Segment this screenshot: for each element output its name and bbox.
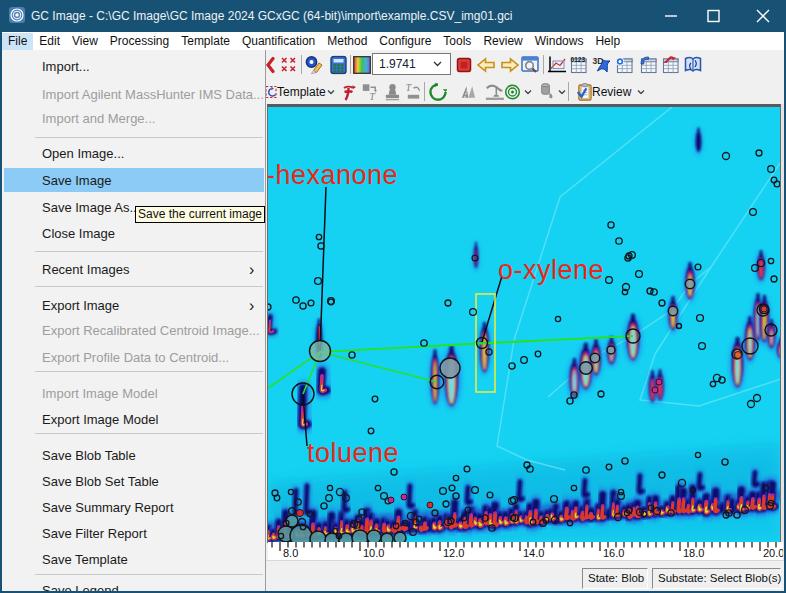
svg-text:14.0: 14.0	[523, 547, 544, 559]
svg-text:8.0: 8.0	[283, 547, 298, 559]
svg-text:12.0: 12.0	[443, 547, 464, 559]
svg-text:T: T	[370, 91, 376, 101]
svg-text:-hexanone: -hexanone	[268, 160, 398, 190]
svg-text:20.0: 20.0	[763, 547, 783, 559]
svg-text:o-xylene: o-xylene	[498, 255, 604, 285]
svg-text:T: T	[406, 83, 412, 93]
svg-text:10.0: 10.0	[363, 547, 384, 559]
svg-text:18.0: 18.0	[683, 547, 704, 559]
svg-text:toluene: toluene	[307, 438, 399, 468]
svg-text:16.0: 16.0	[603, 547, 624, 559]
svg-text:0123: 0123	[571, 55, 586, 62]
